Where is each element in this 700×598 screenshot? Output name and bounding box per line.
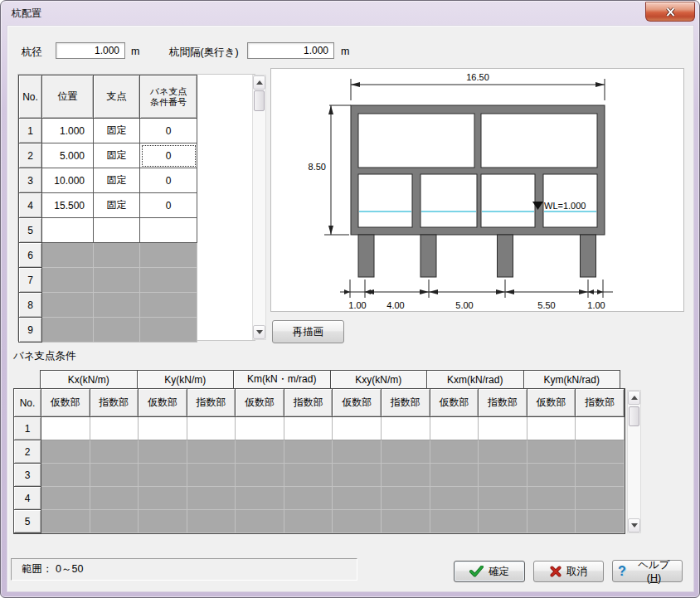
disabled-cell (42, 243, 94, 268)
spring-cell[interactable] (430, 417, 479, 440)
spring-group-km[interactable]: Km(kN・m/rad) (233, 370, 331, 389)
redraw-button[interactable]: 再描画 (272, 320, 344, 343)
spring-cell[interactable] (333, 417, 382, 440)
disabled-cell (187, 487, 236, 510)
disabled-cell (41, 510, 90, 533)
spring-number-cell[interactable]: 0 (140, 193, 197, 218)
exponent-header[interactable]: 指数部 (479, 389, 527, 417)
structure-diagram-panel: 16.50 8.50 (270, 68, 684, 312)
scroll-thumb[interactable] (254, 90, 265, 111)
pile-spacing-input[interactable] (247, 42, 334, 59)
support-cell[interactable]: 固定 (94, 168, 140, 193)
position-cell[interactable]: 5.000 (42, 143, 94, 168)
row-number-cell[interactable]: 4 (14, 487, 41, 510)
spring-table-scrollbar[interactable] (627, 390, 641, 533)
spring-cell[interactable] (41, 417, 90, 440)
title-bar[interactable]: 杭配置 (1, 1, 699, 25)
row-number-cell[interactable]: 4 (19, 193, 42, 218)
spring-group-kym[interactable]: Kym(kN/rad) (523, 370, 621, 389)
exponent-header[interactable]: 指数部 (576, 389, 625, 417)
support-cell[interactable]: 固定 (94, 143, 140, 168)
disabled-cell (187, 464, 236, 487)
spring-cell[interactable] (90, 417, 139, 440)
pile-col-no[interactable]: No. (19, 75, 42, 119)
cancel-button[interactable]: 取消 (533, 561, 604, 582)
spring-cell[interactable] (139, 417, 187, 440)
window-title: 杭配置 (12, 7, 41, 21)
mantissa-header[interactable]: 仮数部 (139, 389, 187, 417)
mantissa-header[interactable]: 仮数部 (236, 389, 284, 417)
exponent-header[interactable]: 指数部 (284, 389, 333, 417)
spring-col-no[interactable]: No. (14, 389, 41, 417)
spring-number-cell[interactable]: 0 (140, 119, 197, 143)
position-cell[interactable]: 15.500 (42, 193, 94, 218)
support-cell[interactable] (94, 218, 140, 243)
disabled-cell (42, 318, 94, 343)
scroll-down-button[interactable] (253, 325, 265, 339)
spring-cell[interactable] (187, 417, 236, 440)
spring-cell[interactable] (236, 417, 284, 440)
pile-table-scrollbar[interactable] (252, 75, 266, 340)
exponent-header[interactable]: 指数部 (90, 389, 139, 417)
support-cell[interactable]: 固定 (94, 193, 140, 218)
help-button[interactable]: ? ヘルプ(H) (612, 560, 683, 582)
position-cell[interactable]: 1.000 (42, 119, 94, 143)
scroll-up-button[interactable] (628, 391, 640, 405)
up-arrow-icon (256, 80, 263, 85)
disabled-cell (479, 440, 527, 464)
spring-number-cell[interactable] (140, 218, 197, 243)
spring-number-cell[interactable]: 0 (140, 168, 197, 193)
disabled-cell (140, 243, 197, 268)
disabled-cell (333, 487, 382, 510)
row-number-cell[interactable]: 3 (14, 464, 41, 487)
close-icon (665, 7, 676, 17)
pile-col-position[interactable]: 位置 (42, 75, 94, 119)
spring-cell[interactable] (479, 417, 527, 440)
row-number-cell[interactable]: 5 (19, 218, 42, 243)
mantissa-header[interactable]: 仮数部 (41, 389, 90, 417)
down-arrow-icon (256, 330, 263, 334)
mantissa-header[interactable]: 仮数部 (527, 389, 576, 417)
check-icon (469, 566, 484, 577)
row-number-cell[interactable]: 2 (19, 143, 42, 168)
row-number-cell[interactable]: 1 (14, 417, 41, 440)
disabled-cell (284, 510, 333, 533)
support-cell[interactable]: 固定 (94, 119, 140, 143)
spring-cell[interactable] (576, 417, 625, 440)
mantissa-header[interactable]: 仮数部 (430, 389, 479, 417)
spring-group-kx[interactable]: Kx(kN/m) (40, 370, 138, 389)
spring-cell[interactable] (527, 417, 576, 440)
mantissa-header[interactable]: 仮数部 (333, 389, 382, 417)
position-cell[interactable] (42, 218, 94, 243)
disabled-cell (479, 510, 527, 533)
confirm-button[interactable]: 確定 (454, 561, 525, 582)
row-number-cell[interactable]: 7 (19, 268, 42, 293)
pile-diameter-input[interactable] (56, 42, 125, 59)
row-number-cell[interactable]: 3 (19, 168, 42, 193)
row-number-cell[interactable]: 5 (14, 510, 41, 533)
disabled-cell (90, 510, 139, 533)
row-number-cell[interactable]: 8 (19, 293, 42, 318)
span-dimension-label: 1.00 (587, 300, 605, 310)
scroll-down-button[interactable] (628, 518, 640, 532)
disabled-cell (382, 440, 430, 464)
row-number-cell[interactable]: 6 (19, 243, 42, 268)
exponent-header[interactable]: 指数部 (187, 389, 236, 417)
row-number-cell[interactable]: 1 (19, 119, 42, 143)
scroll-up-button[interactable] (253, 75, 265, 90)
spring-cell[interactable] (284, 417, 333, 440)
spring-group-kxm[interactable]: Kxm(kN/rad) (426, 370, 524, 389)
pile-col-support[interactable]: 支点 (94, 75, 140, 119)
pile-col-spring[interactable]: バネ支点 条件番号 (140, 75, 197, 119)
position-cell[interactable]: 10.000 (42, 168, 94, 193)
scroll-thumb[interactable] (629, 406, 639, 426)
row-number-cell[interactable]: 2 (14, 440, 41, 464)
exponent-header[interactable]: 指数部 (382, 389, 430, 417)
row-number-cell[interactable]: 9 (19, 318, 42, 343)
disabled-cell (333, 464, 382, 487)
spring-number-cell-selected[interactable]: 0 (140, 143, 197, 168)
spring-group-ky[interactable]: Ky(kN/m) (137, 370, 235, 389)
spring-group-kxy[interactable]: Kxy(kN/m) (330, 370, 428, 389)
spring-cell[interactable] (382, 417, 430, 440)
close-button[interactable] (645, 2, 695, 22)
